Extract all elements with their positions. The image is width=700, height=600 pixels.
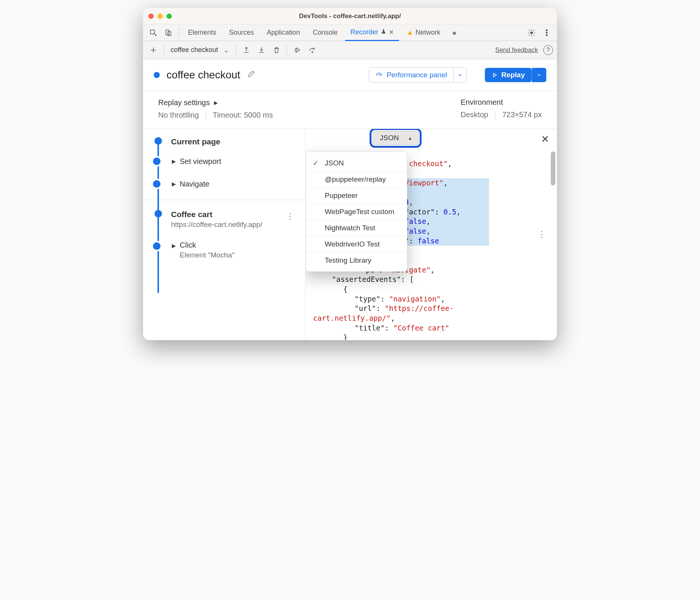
step-node-icon — [151, 179, 162, 189]
recording-selector[interactable]: coffee checkout ⌄ — [168, 44, 232, 57]
more-options-icon[interactable] — [540, 26, 553, 39]
code-panel: JSON ▴ ✓ JSON @puppeteer/replay Puppetee… — [305, 129, 557, 340]
replay-dropdown-icon[interactable] — [532, 68, 546, 82]
format-menu: ✓ JSON @puppeteer/replay Puppeteer WebPa… — [306, 152, 407, 272]
step-node-icon — [151, 156, 162, 167]
tab-console[interactable]: Console — [307, 24, 343, 41]
separator — [179, 28, 179, 38]
chevron-right-icon: ▸ — [172, 179, 176, 189]
edit-title-icon[interactable] — [247, 70, 255, 80]
main-area: Current page ▸ Set viewport ▸ Navigate C… — [143, 129, 557, 340]
caret-up-icon: ▴ — [409, 135, 411, 141]
help-icon[interactable]: ? — [543, 45, 553, 55]
separator — [206, 111, 206, 119]
tab-application[interactable]: Application — [261, 24, 305, 41]
inspect-element-icon[interactable] — [147, 26, 160, 39]
step-coffee-cart[interactable]: Coffee cart — [171, 210, 298, 219]
separator — [495, 111, 495, 119]
perf-dropdown-icon[interactable] — [453, 68, 466, 82]
recording-header: coffee checkout Performance panel Replay — [143, 59, 557, 91]
svg-point-4 — [546, 29, 547, 31]
delete-icon[interactable] — [270, 44, 283, 57]
experimental-icon — [381, 28, 387, 36]
window-title: DevTools - coffee-cart.netlify.app/ — [143, 12, 557, 20]
settings-strip: Replay settings ▸ No throttling Timeout:… — [143, 91, 557, 129]
continue-icon[interactable] — [291, 44, 304, 57]
format-option-nightwatch[interactable]: Nightwatch Test — [306, 220, 407, 236]
throttling-value: No throttling — [158, 111, 199, 119]
step-current-page[interactable]: Current page — [171, 137, 298, 146]
format-select[interactable]: JSON ▴ — [373, 131, 419, 145]
tab-elements[interactable]: Elements — [183, 24, 222, 41]
step-set-viewport[interactable]: ▸ Set viewport — [143, 150, 305, 173]
send-feedback-link[interactable]: Send feedback — [495, 46, 538, 54]
svg-point-5 — [546, 32, 547, 33]
format-option-puppeteer-replay[interactable]: @puppeteer/replay — [306, 171, 407, 187]
format-option-testing-library[interactable]: Testing Library — [306, 252, 407, 268]
format-option-puppeteer[interactable]: Puppeteer — [306, 187, 407, 204]
close-panel-icon[interactable]: ✕ — [541, 133, 549, 145]
replay-settings-label[interactable]: Replay settings — [158, 98, 210, 107]
svg-rect-1 — [166, 30, 169, 35]
step-navigate[interactable]: ▸ Navigate — [143, 173, 305, 200]
chevron-right-icon: ▸ — [172, 241, 176, 251]
chevron-right-icon: ▸ — [172, 156, 176, 166]
export-icon[interactable] — [240, 44, 253, 57]
device-toolbar-icon[interactable] — [162, 26, 175, 39]
format-option-webdriverio[interactable]: WebdriverIO Test — [306, 236, 407, 252]
chevron-right-icon: ▸ — [214, 98, 218, 107]
step-coffee-url: https://coffee-cart.netlify.app/ — [171, 220, 298, 229]
separator — [164, 45, 164, 55]
step-over-icon[interactable] — [306, 44, 319, 57]
new-recording-icon[interactable] — [147, 44, 160, 57]
recorder-toolbar: coffee checkout ⌄ Send feedback ? — [143, 41, 557, 59]
step-node-icon — [151, 241, 162, 251]
steps-list: Current page ▸ Set viewport ▸ Navigate C… — [143, 129, 305, 340]
step-click-sub: Element "Mocha" — [180, 251, 235, 259]
tab-sources[interactable]: Sources — [224, 24, 259, 41]
perf-label: Performance panel — [387, 71, 447, 79]
recording-title: coffee checkout — [167, 69, 240, 81]
chevron-down-icon: ⌄ — [223, 46, 229, 54]
import-icon[interactable] — [255, 44, 268, 57]
settings-icon[interactable] — [525, 26, 538, 39]
format-option-webpagetest[interactable]: WebPageTest custom — [306, 204, 407, 220]
device-value: Desktop — [461, 110, 488, 119]
check-icon: ✓ — [313, 159, 319, 167]
recording-indicator-icon — [154, 72, 160, 78]
separator — [236, 45, 236, 55]
format-option-json[interactable]: ✓ JSON — [306, 155, 407, 171]
separator — [287, 45, 287, 55]
titlebar: DevTools - coffee-cart.netlify.app/ — [143, 8, 557, 24]
svg-point-3 — [530, 32, 533, 34]
dimensions-value: 723×574 px — [502, 110, 542, 119]
scrollbar-thumb[interactable] — [551, 152, 555, 185]
svg-point-6 — [546, 34, 547, 35]
warning-icon: ▲ — [407, 29, 413, 37]
replay-button[interactable]: Replay — [485, 68, 546, 82]
close-tab-icon[interactable]: ✕ — [389, 29, 394, 36]
step-click[interactable]: ▸ Click Element "Mocha" ⋮ — [143, 233, 305, 265]
tab-recorder[interactable]: Recorder ✕ — [345, 24, 399, 41]
devtools-tabs: Elements Sources Application Console Rec… — [143, 24, 557, 41]
step-menu-icon[interactable]: ⋮ — [286, 211, 295, 221]
tab-network[interactable]: ▲ Network — [401, 24, 446, 41]
performance-panel-button[interactable]: Performance panel — [369, 67, 467, 83]
devtools-window: DevTools - coffee-cart.netlify.app/ Elem… — [143, 8, 557, 340]
environment-label: Environment — [461, 98, 542, 107]
replay-label: Replay — [501, 71, 525, 79]
timeout-value: Timeout: 5000 ms — [213, 111, 273, 119]
recording-name: coffee checkout — [171, 46, 218, 54]
format-selected: JSON — [380, 134, 399, 142]
svg-point-7 — [312, 51, 313, 52]
more-tabs-icon[interactable] — [448, 26, 461, 39]
